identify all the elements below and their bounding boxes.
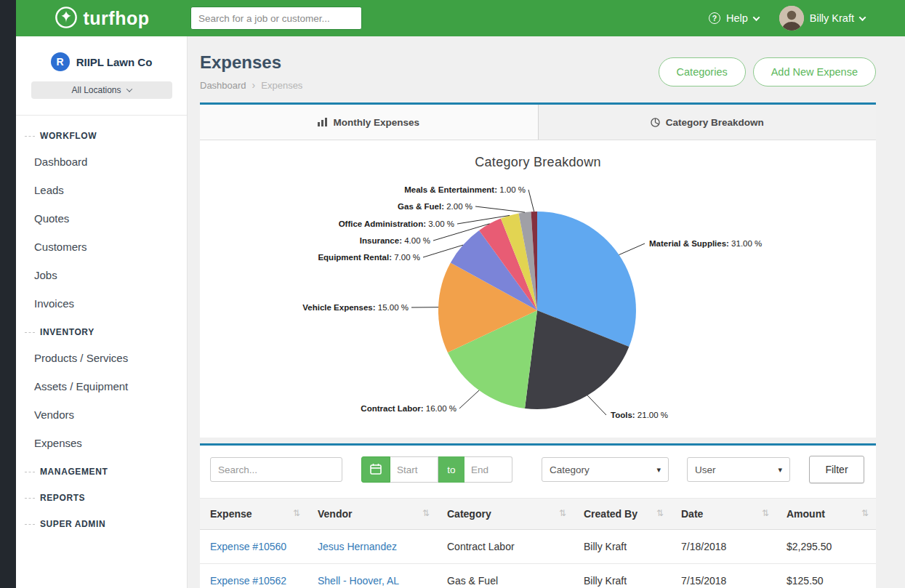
sidebar-item-assets-equipment[interactable]: Assets / Equipment <box>16 372 187 400</box>
sidebar-item-expenses[interactable]: Expenses <box>16 429 187 457</box>
column-header-category[interactable]: ⇅Category <box>437 499 574 530</box>
caret-down-icon: ▾ <box>656 465 661 475</box>
main-content: Expenses Dashboard › Expenses Categories… <box>188 36 905 588</box>
brand-logo[interactable]: turfhop <box>16 6 188 31</box>
sidebar: R RIIPL Lawn Co All Locations WORKFLOWDa… <box>16 36 188 588</box>
expense-link[interactable]: Expense #10562 <box>210 575 286 587</box>
column-label: Amount <box>787 508 825 520</box>
sidebar-item-products-services[interactable]: Products / Services <box>16 344 187 372</box>
expenses-table-card: to Category ▾ User ▾ Filter ⇅Expense⇅Ven… <box>200 443 876 588</box>
sidebar-item-customers[interactable]: Customers <box>16 233 187 261</box>
location-label: All Locations <box>71 85 121 95</box>
table-search-input[interactable] <box>210 457 342 482</box>
table-row: Expense #10560Jesus HernandezContract La… <box>200 530 876 564</box>
chart-card: Monthly Expenses Category Breakdown Cate… <box>200 102 876 438</box>
topbar: turfhop ? Help Billy Kraft <box>16 0 905 36</box>
tree-dash-icon <box>25 472 35 472</box>
help-label: Help <box>726 12 748 24</box>
sidebar-item-leads[interactable]: Leads <box>16 176 187 204</box>
column-header-vendor[interactable]: ⇅Vendor <box>307 499 437 530</box>
turfhop-logo-icon <box>55 6 78 31</box>
tree-dash-icon <box>25 498 35 499</box>
sort-icon: ⇅ <box>422 508 430 518</box>
sidebar-section-workflow[interactable]: WORKFLOW <box>16 121 187 148</box>
filter-button[interactable]: Filter <box>809 456 864 483</box>
vendor-link[interactable]: Shell - Hoover, AL <box>318 575 399 587</box>
pie-label-tools: Tools: 21.00 % <box>611 411 668 419</box>
chevron-down-icon <box>859 14 866 21</box>
collapsed-rail <box>0 0 16 588</box>
chart-tabs: Monthly Expenses Category Breakdown <box>200 105 876 140</box>
tree-dash-icon <box>25 524 35 525</box>
column-header-amount[interactable]: ⇅Amount <box>776 499 876 530</box>
sidebar-item-jobs[interactable]: Jobs <box>16 261 187 289</box>
column-header-date[interactable]: ⇅Date <box>671 499 776 530</box>
page-header: Expenses Dashboard › Expenses Categories… <box>200 52 876 91</box>
pie-chart-svg: Material & Supplies: 31.00 %Tools: 21.00… <box>200 173 876 429</box>
cell-date: 7/18/2018 <box>671 530 776 564</box>
sort-icon: ⇅ <box>559 508 566 518</box>
cell-date: 7/15/2018 <box>671 564 776 588</box>
breadcrumb-dashboard[interactable]: Dashboard <box>200 80 246 91</box>
tab-category-breakdown[interactable]: Category Breakdown <box>538 105 877 140</box>
sort-icon: ⇅ <box>293 508 300 518</box>
sort-icon: ⇅ <box>861 508 869 518</box>
calendar-button[interactable] <box>361 456 390 483</box>
page-title: Expenses <box>200 52 302 73</box>
date-range-picker: to <box>361 456 512 483</box>
column-header-expense[interactable]: ⇅Expense <box>200 499 307 530</box>
sidebar-item-quotes[interactable]: Quotes <box>16 204 187 233</box>
user-menu[interactable]: Billy Kraft <box>779 6 865 31</box>
sidebar-nav: WORKFLOWDashboardLeadsQuotesCustomersJob… <box>16 116 187 536</box>
cell-vendor: Jesus Hernandez <box>307 530 437 564</box>
column-label: Category <box>447 508 491 520</box>
sidebar-item-vendors[interactable]: Vendors <box>16 400 187 429</box>
column-header-created-by[interactable]: ⇅Created By <box>574 499 671 530</box>
sidebar-section-inventory[interactable]: INVENTORY <box>16 318 187 344</box>
sidebar-section-management[interactable]: MANAGEMENT <box>16 457 187 483</box>
calendar-icon <box>370 463 382 477</box>
start-date-input[interactable] <box>390 456 438 483</box>
vendor-link[interactable]: Jesus Hernandez <box>318 541 397 552</box>
company-selector[interactable]: R RIIPL Lawn Co <box>16 36 187 71</box>
tab-label: Category Breakdown <box>666 117 764 128</box>
expenses-table: ⇅Expense⇅Vendor⇅Category⇅Created By⇅Date… <box>200 498 876 588</box>
section-label: REPORTS <box>40 493 85 503</box>
header-buttons: Categories Add New Expense <box>659 57 876 86</box>
sidebar-item-invoices[interactable]: Invoices <box>16 289 187 318</box>
pie-chart: Category Breakdown Material & Supplies: … <box>200 140 876 438</box>
chevron-down-icon <box>126 86 132 92</box>
tab-label: Monthly Expenses <box>333 117 419 128</box>
column-label: Created By <box>584 508 637 520</box>
add-new-expense-button[interactable]: Add New Expense <box>753 57 876 86</box>
user-select[interactable]: User ▾ <box>687 457 790 482</box>
expense-link[interactable]: Expense #10560 <box>210 541 286 552</box>
end-date-input[interactable] <box>464 456 512 483</box>
section-label: INVENTORY <box>40 327 94 337</box>
pie-label-insurance: Insurance: 4.00 % <box>360 236 430 245</box>
sort-icon: ⇅ <box>656 508 664 518</box>
user-select-value: User <box>695 464 716 475</box>
tab-monthly-expenses[interactable]: Monthly Expenses <box>200 105 538 140</box>
column-label: Date <box>681 508 703 520</box>
cell-category: Gas & Fuel <box>437 564 574 588</box>
table-row: Expense #10562Shell - Hoover, ALGas & Fu… <box>200 564 876 588</box>
pie-label-vehicle-expenses: Vehicle Expenses: 15.00 % <box>302 303 409 312</box>
label-leader-line <box>619 243 645 255</box>
pie-label-equipment-rental: Equipment Rental: 7.00 % <box>318 253 420 262</box>
location-selector[interactable]: All Locations <box>31 81 172 99</box>
help-menu[interactable]: ? Help <box>709 12 759 24</box>
help-icon: ? <box>709 12 720 24</box>
sidebar-section-super-admin[interactable]: SUPER ADMIN <box>16 510 187 536</box>
company-name: RIIPL Lawn Co <box>76 56 153 68</box>
breadcrumb-current: Expenses <box>261 80 302 91</box>
filter-bar: to Category ▾ User ▾ Filter <box>200 446 876 494</box>
cell-expense: Expense #10562 <box>200 564 307 588</box>
sidebar-item-dashboard[interactable]: Dashboard <box>16 148 187 176</box>
sidebar-section-reports[interactable]: REPORTS <box>16 483 187 510</box>
categories-button[interactable]: Categories <box>659 57 746 86</box>
brand-name: turfhop <box>84 8 150 29</box>
category-select[interactable]: Category ▾ <box>542 457 669 482</box>
column-label: Expense <box>210 508 252 520</box>
global-search-input[interactable] <box>190 7 362 30</box>
